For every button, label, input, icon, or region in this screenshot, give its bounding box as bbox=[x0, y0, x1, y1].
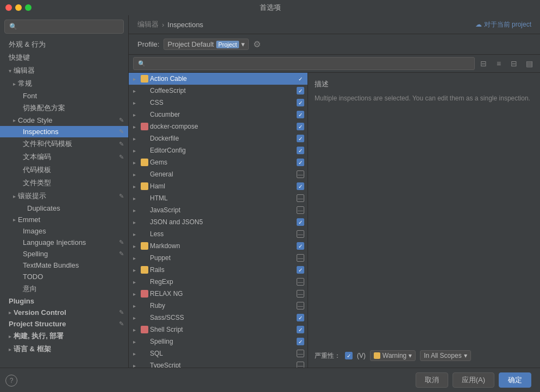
inspection-row-editorconfig[interactable]: ▸EditorConfig✓ bbox=[129, 144, 307, 156]
inspection-checkbox[interactable]: — bbox=[297, 302, 304, 309]
inspection-checkbox[interactable]: ✓ bbox=[297, 147, 304, 154]
inspection-row-coffeescript[interactable]: ▸CoffeeScript✓ bbox=[129, 85, 307, 97]
severity-select[interactable]: Warning ▾ bbox=[370, 350, 416, 361]
inspection-checkbox[interactable]: — bbox=[297, 170, 304, 178]
inspection-row-ruby[interactable]: ▸Ruby— bbox=[129, 300, 307, 312]
sidebar-item-spelling[interactable]: Spelling✎ bbox=[0, 248, 128, 260]
sidebar-item-todo[interactable]: TODO bbox=[0, 271, 128, 282]
inspection-row-regexp[interactable]: ▸RegExp— bbox=[129, 276, 307, 288]
sidebar-item-text-encoding[interactable]: 文本编码✎ bbox=[0, 150, 128, 163]
inspection-checkbox[interactable]: — bbox=[297, 278, 304, 286]
inspection-checkbox[interactable]: — bbox=[297, 206, 304, 214]
inspection-checkbox[interactable]: — bbox=[297, 362, 304, 368]
sidebar-item-lang-framework[interactable]: ▸语言 & 框架 bbox=[0, 343, 128, 356]
ok-button[interactable]: 确定 bbox=[499, 372, 531, 388]
sidebar-item-images[interactable]: Images bbox=[0, 225, 128, 237]
sidebar-item-file-types[interactable]: 文件类型 bbox=[0, 176, 128, 189]
inspection-row-html[interactable]: ▸HTML— bbox=[129, 192, 307, 204]
inspection-checkbox[interactable]: ✓ bbox=[297, 314, 304, 321]
sidebar-item-label: 构建, 执行, 部署 bbox=[14, 331, 64, 341]
inspection-checkbox[interactable]: ✓ bbox=[297, 266, 304, 274]
inspection-row-markdown[interactable]: ▸Markdown✓ bbox=[129, 240, 307, 252]
inspection-checkbox[interactable]: ✓ bbox=[297, 242, 304, 250]
sidebar-item-font[interactable]: Font bbox=[0, 90, 128, 102]
inspection-checkbox[interactable]: ✓ bbox=[297, 99, 304, 106]
inspection-row-docker-compose[interactable]: ▸docker-compose✓ bbox=[129, 121, 307, 132]
inspection-checkbox[interactable]: — bbox=[297, 254, 304, 262]
close-button[interactable] bbox=[5, 4, 12, 11]
sidebar-search[interactable]: 🔍 bbox=[4, 20, 124, 34]
sidebar-item-intentions[interactable]: ▸镶嵌提示✎ bbox=[0, 189, 128, 203]
inspection-checkbox[interactable]: ✓ bbox=[297, 182, 304, 190]
sidebar-item-editor[interactable]: ▾编辑器 bbox=[0, 64, 128, 77]
inspection-checkbox[interactable]: — bbox=[297, 350, 304, 357]
inspection-row-javascript[interactable]: ▸JavaScript— bbox=[129, 204, 307, 216]
inspection-row-typescript[interactable]: ▸TypeScript— bbox=[129, 359, 307, 368]
sidebar-item-plugins[interactable]: Plugins bbox=[0, 295, 128, 307]
profile-select[interactable]: Project Default Project ▾ bbox=[164, 39, 249, 50]
sidebar-item-code-style[interactable]: ▸Code Style✎ bbox=[0, 115, 128, 126]
layout-button[interactable]: ▤ bbox=[523, 57, 536, 70]
inspection-row-cucumber[interactable]: ▸Cucumber✓ bbox=[129, 109, 307, 121]
expand-all-button[interactable]: ≡ bbox=[492, 57, 505, 70]
inspection-row-sass-scss[interactable]: ▸Sass/SCSS✓ bbox=[129, 312, 307, 324]
sidebar-item-general[interactable]: ▸常规 bbox=[0, 77, 128, 90]
inspection-checkbox[interactable]: ✓ bbox=[297, 135, 304, 142]
inspection-checkbox[interactable]: ✓ bbox=[297, 123, 304, 130]
inspection-row-relax-ng[interactable]: ▸RELAX NG— bbox=[129, 288, 307, 300]
inspection-row-css[interactable]: ▸CSS✓ bbox=[129, 97, 307, 109]
sidebar-item-textmate-bundles[interactable]: TextMate Bundles bbox=[0, 260, 128, 271]
inspection-checkbox[interactable]: — bbox=[297, 194, 304, 202]
inspection-checkbox[interactable]: ✓ bbox=[297, 326, 304, 333]
apply-button[interactable]: 应用(A) bbox=[453, 372, 494, 388]
help-button[interactable]: ? bbox=[5, 375, 17, 387]
sidebar-item-duplicates[interactable]: Duplicates bbox=[0, 203, 128, 214]
inspection-row-json-json5[interactable]: ▸JSON and JSON5✓ bbox=[129, 216, 307, 228]
inspection-checkbox[interactable]: ✓ bbox=[297, 159, 304, 166]
inspection-checkbox[interactable]: ✓ bbox=[297, 87, 304, 94]
inspection-row-action-cable[interactable]: ▸Action Cable✓ bbox=[129, 73, 307, 85]
inspection-checkbox[interactable]: — bbox=[297, 290, 304, 298]
traffic-lights[interactable] bbox=[5, 4, 32, 11]
sidebar-item-file-code-templates[interactable]: 文件和代码模板✎ bbox=[0, 137, 128, 150]
inspection-checkbox[interactable]: ✓ bbox=[297, 338, 304, 345]
sidebar-item-build-exec-deploy[interactable]: ▸构建, 执行, 部署 bbox=[0, 330, 128, 343]
inspection-row-less[interactable]: ▸Less— bbox=[129, 228, 307, 240]
sidebar-item-color-scheme[interactable]: 切换配色方案 bbox=[0, 102, 128, 115]
sidebar-item-inspections[interactable]: Inspections✎ bbox=[0, 126, 128, 137]
maximize-button[interactable] bbox=[25, 4, 32, 11]
inspection-checkbox[interactable]: — bbox=[297, 230, 304, 238]
inspection-checkbox[interactable]: ✓ bbox=[297, 111, 304, 118]
scope-select[interactable]: In All Scopes ▾ bbox=[420, 350, 470, 361]
sidebar-item-intentions2[interactable]: 意向 bbox=[0, 282, 128, 295]
warning-color-dot bbox=[374, 352, 380, 359]
inspection-row-puppet[interactable]: ▸Puppet— bbox=[129, 252, 307, 264]
inspection-checkbox[interactable]: ✓ bbox=[297, 75, 304, 83]
collapse-all-button[interactable]: ⊟ bbox=[507, 57, 520, 70]
inspection-row-dockerfile[interactable]: ▸Dockerfile✓ bbox=[129, 132, 307, 144]
sidebar-item-language-injections[interactable]: Language Injections✎ bbox=[0, 237, 128, 248]
sidebar-item-version-control[interactable]: ▸Version Control✎ bbox=[0, 307, 128, 318]
inspection-row-shell-script[interactable]: ▸Shell Script✓ bbox=[129, 324, 307, 336]
sidebar-item-shortcuts[interactable]: 快捷键 bbox=[0, 51, 128, 64]
minimize-button[interactable] bbox=[15, 4, 22, 11]
sidebar-item-emmet[interactable]: ▸Emmet bbox=[0, 214, 128, 225]
sidebar-item-project-structure[interactable]: Project Structure✎ bbox=[0, 318, 128, 330]
inspection-row-haml[interactable]: ▸Haml✓ bbox=[129, 180, 307, 192]
cancel-button[interactable]: 取消 bbox=[416, 372, 448, 388]
row-chevron-icon: ▸ bbox=[133, 136, 139, 142]
profile-gear-button[interactable]: ⚙ bbox=[253, 39, 261, 49]
inspection-row-rails[interactable]: ▸Rails✓ bbox=[129, 264, 307, 276]
inspection-row-gems[interactable]: ▸Gems✓ bbox=[129, 156, 307, 168]
inspection-row-spelling[interactable]: ▸Spelling✓ bbox=[129, 336, 307, 347]
inspections-search-input[interactable]: 🔍 bbox=[133, 57, 475, 70]
cloud-icon: ☁ bbox=[475, 21, 482, 28]
sidebar-item-appearance[interactable]: 外观 & 行为 bbox=[0, 38, 128, 51]
inspection-row-general[interactable]: ▸General— bbox=[129, 168, 307, 180]
filter-button[interactable]: ⊟ bbox=[477, 57, 490, 70]
severity-checkbox[interactable]: ✓ bbox=[345, 352, 353, 359]
inspection-checkbox[interactable]: ✓ bbox=[297, 218, 304, 226]
sidebar-item-code-templates[interactable]: 代码模板 bbox=[0, 163, 128, 176]
apply-to-project-button[interactable]: ☁ 对于当前 project bbox=[475, 20, 531, 29]
inspection-row-sql[interactable]: ▸SQL— bbox=[129, 347, 307, 359]
